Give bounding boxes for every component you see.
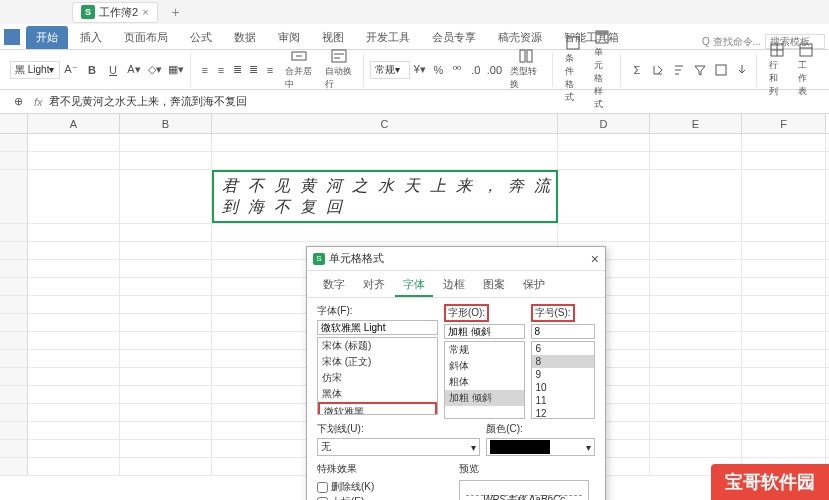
col-header-E[interactable]: E [650,114,742,133]
worksheet-button[interactable]: 工作表 [792,40,820,100]
row-col-button[interactable]: 行和列 [763,40,791,100]
font-name-dropdown[interactable]: 黑 Light▾ [10,61,60,79]
align-center-button[interactable]: ≣ [246,60,261,80]
zoom-icon[interactable]: ⊕ [8,92,28,112]
cell-style-button[interactable]: 单元格样式 [588,27,616,113]
currency-button[interactable]: ¥▾ [411,60,429,80]
app-logo-icon[interactable] [4,29,20,45]
fill-color-button[interactable]: ◇▾ [145,60,165,80]
superscript-checkbox[interactable]: 上标(E) [317,495,453,500]
dialog-body: 字体(F): 宋体 (标题) 宋体 (正文) 仿宋 黑体 微软雅黑 微软雅黑 L… [307,298,605,500]
tab-pattern[interactable]: 图案 [475,275,513,297]
underline-col: 下划线(U): 无▾ [317,422,480,456]
style-list[interactable]: 常规 斜体 粗体 加粗 倾斜 [444,341,525,419]
col-header-C[interactable]: C [212,114,558,133]
fx-icon[interactable]: fx [34,96,43,108]
dialog-close-button[interactable]: × [591,251,599,267]
add-tab-button[interactable]: + [166,4,186,20]
formula-text[interactable]: 君不见黄河之水天上来，奔流到海不复回 [49,94,247,109]
decimal-inc-button[interactable]: .0 [467,60,485,80]
underline-button[interactable]: U [103,60,123,80]
svg-rect-2 [332,50,346,62]
col-header-F[interactable]: F [742,114,826,133]
bold-button[interactable]: B [82,60,102,80]
sort-button[interactable] [669,60,689,80]
close-icon[interactable]: × [142,6,148,18]
percent-button[interactable]: % [430,60,448,80]
list-item-selected[interactable]: 8 [532,355,594,368]
list-item[interactable]: 斜体 [445,358,524,374]
list-item[interactable]: 宋体 (正文) [318,354,437,370]
font-input[interactable] [317,320,438,335]
list-item[interactable]: 11 [532,394,594,407]
wrap-text-button[interactable]: 自动换行 [319,46,359,93]
align-group: ≡ ≡ ≣ ≣ ≡ 合并居中 自动换行 [193,52,364,87]
align-left-button[interactable]: ≣ [230,60,245,80]
list-item[interactable]: 常规 [445,342,524,358]
svg-rect-4 [527,50,532,62]
cell-format-dialog: S 单元格格式 × 数字 对齐 字体 边框 图案 保护 字体(F): 宋体 (标… [306,246,606,500]
dialog-titlebar: S 单元格格式 × [307,247,605,271]
list-item[interactable]: 12 [532,407,594,419]
select-all-corner[interactable] [0,114,28,133]
sum-button[interactable]: Σ [627,60,647,80]
size-list[interactable]: 6 8 9 10 11 12 [531,341,595,419]
formula-bar: ⊕ fx 君不见黄河之水天上来，奔流到海不复回 [0,90,829,114]
font-list[interactable]: 宋体 (标题) 宋体 (正文) 仿宋 黑体 微软雅黑 微软雅黑 Light [317,337,438,415]
size-input[interactable] [531,324,595,339]
decimal-dec-button[interactable]: .00 [486,60,504,80]
conditional-format-button[interactable]: 条件格式 [559,33,587,106]
tab-border[interactable]: 边框 [435,275,473,297]
tab-font[interactable]: 字体 [395,275,433,297]
tab-protect[interactable]: 保护 [515,275,553,297]
strike-checkbox[interactable]: 删除线(K) [317,480,453,494]
comma-button[interactable]: ºº [448,60,466,80]
menu-insert[interactable]: 插入 [70,26,112,49]
style-col: 字形(O): 常规 斜体 粗体 加粗 倾斜 [444,304,525,419]
font-group: 黑 Light▾ A⁻ B U A▾ ◇▾ ▦▾ [6,52,191,87]
type-convert-button[interactable]: 类型转换 [504,46,548,93]
merge-center-button[interactable]: 合并居中 [279,46,319,93]
table-row-selected: 君 不 见 黄 河 之 水 天 上 来 ， 奔 流 到 海 不 复 回 [0,170,829,224]
indent-button[interactable]: ≡ [262,60,277,80]
fill-down-button[interactable] [732,60,752,80]
list-item[interactable]: 宋体 (标题) [318,338,437,354]
number-format-dropdown[interactable]: 常规▾ [370,61,410,79]
find-button[interactable] [711,60,731,80]
list-item[interactable]: 仿宋 [318,370,437,386]
align-top-button[interactable]: ≡ [197,60,212,80]
font-color-button[interactable]: A▾ [124,60,144,80]
list-item[interactable]: 黑体 [318,386,437,402]
style-input[interactable] [444,324,525,339]
col-header-A[interactable]: A [28,114,120,133]
editing-group: Σ [623,52,757,87]
list-item[interactable]: 10 [532,381,594,394]
color-swatch [490,440,550,454]
menu-data[interactable]: 数据 [224,26,266,49]
dialog-tabs: 数字 对齐 字体 边框 图案 保护 [307,271,605,298]
filter-button[interactable] [690,60,710,80]
list-item-selected[interactable]: 加粗 倾斜 [445,390,524,406]
list-item[interactable]: 9 [532,368,594,381]
list-item[interactable]: 6 [532,342,594,355]
menu-pagelayout[interactable]: 页面布局 [114,26,178,49]
document-tab[interactable]: S 工作簿2 × [72,2,158,23]
titlebar: S 工作簿2 × + [0,0,829,24]
list-item[interactable]: 粗体 [445,374,524,390]
tab-align[interactable]: 对齐 [355,275,393,297]
color-select[interactable]: ▾ [486,438,595,456]
menu-member[interactable]: 会员专享 [422,26,486,49]
selected-cell[interactable]: 君 不 见 黄 河 之 水 天 上 来 ， 奔 流 到 海 不 复 回 [212,170,558,223]
col-header-B[interactable]: B [120,114,212,133]
menu-dev[interactable]: 开发工具 [356,26,420,49]
border-button[interactable]: ▦▾ [166,60,186,80]
align-middle-button[interactable]: ≡ [213,60,228,80]
menu-start[interactable]: 开始 [26,26,68,49]
menu-formula[interactable]: 公式 [180,26,222,49]
list-item-highlighted[interactable]: 微软雅黑 [318,402,437,415]
decrease-font-button[interactable]: A⁻ [61,60,81,80]
fill-button[interactable] [648,60,668,80]
tab-number[interactable]: 数字 [315,275,353,297]
underline-select[interactable]: 无▾ [317,438,480,456]
col-header-D[interactable]: D [558,114,650,133]
